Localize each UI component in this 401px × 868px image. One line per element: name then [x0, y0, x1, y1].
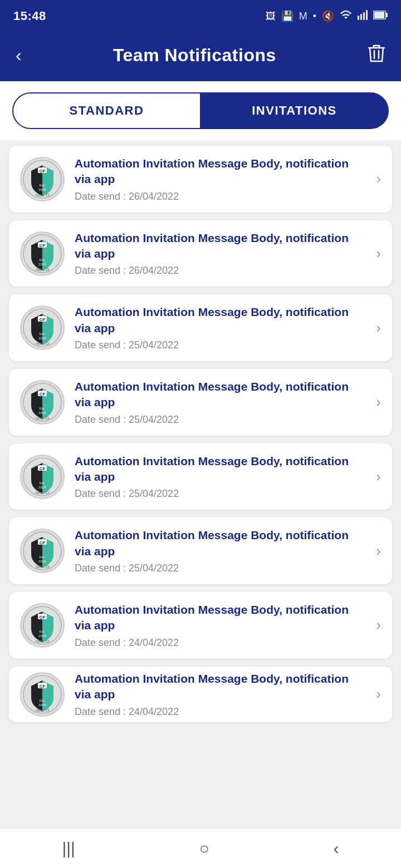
svg-text:norts Cl: norts Cl	[36, 708, 50, 712]
svg-text:Est.: Est.	[40, 630, 46, 633]
svg-text:CF: CF	[40, 466, 46, 471]
notification-item[interactable]: CF Est. 2018 norts Cl Automation Invitat…	[9, 220, 392, 287]
svg-text:2018: 2018	[38, 703, 46, 707]
chevron-right-icon: ›	[376, 319, 381, 337]
svg-text:Est.: Est.	[40, 699, 46, 702]
notification-date: Date send : 26/04/2022	[75, 191, 366, 203]
menu-button[interactable]: |||	[45, 834, 91, 864]
svg-text:CF: CF	[40, 615, 46, 620]
svg-text:Est.: Est.	[40, 407, 46, 410]
battery-icon	[373, 11, 388, 22]
svg-rect-6	[374, 12, 384, 18]
chevron-right-icon: ›	[376, 685, 381, 703]
notification-title: Automation Invitation Message Body, noti…	[75, 156, 366, 188]
svg-text:CF: CF	[40, 243, 46, 248]
notification-content: Automation Invitation Message Body, noti…	[75, 379, 366, 426]
svg-text:2018: 2018	[38, 263, 46, 266]
notification-item[interactable]: CF Est. 2018 norts Cl Automation Invitat…	[9, 517, 392, 584]
notification-title: Automation Invitation Message Body, noti…	[75, 230, 366, 262]
svg-text:CF: CF	[40, 392, 46, 397]
notification-date: Date send : 25/04/2022	[75, 414, 366, 426]
notification-date: Date send : 26/04/2022	[75, 265, 366, 277]
back-nav-button[interactable]: ‹	[317, 834, 356, 864]
svg-text:norts Cl: norts Cl	[36, 342, 50, 346]
svg-text:norts Cl: norts Cl	[36, 491, 50, 495]
notification-date: Date send : 25/04/2022	[75, 563, 366, 574]
notification-content: Automation Invitation Message Body, noti…	[75, 156, 366, 203]
svg-text:Est.: Est.	[40, 481, 46, 485]
notification-content: Automation Invitation Message Body, noti…	[75, 230, 366, 277]
tab-switcher: STANDARD INVITATIONS	[0, 81, 401, 140]
chevron-right-icon: ›	[376, 170, 381, 188]
svg-text:Est.: Est.	[40, 555, 46, 559]
save-icon: 💾	[281, 10, 294, 22]
image-icon: 🖼	[266, 11, 276, 22]
signal-icon	[358, 10, 368, 23]
club-avatar: CF Est. 2018 norts Cl	[20, 231, 65, 276]
notification-item[interactable]: CF Est. 2018 norts Cl Automation Invitat…	[9, 146, 392, 213]
svg-text:2018: 2018	[38, 560, 46, 563]
notification-item[interactable]: CF Est. 2018 norts Cl Automation Invitat…	[9, 369, 392, 436]
svg-text:Est.: Est.	[40, 258, 46, 262]
notification-title: Automation Invitation Message Body, noti…	[75, 671, 366, 703]
club-avatar: CF Est. 2018 norts Cl	[20, 380, 65, 425]
notification-item[interactable]: CF Est. 2018 norts Cl Automation Invitat…	[9, 592, 392, 659]
svg-text:norts Cl: norts Cl	[36, 565, 50, 569]
notification-item[interactable]: CF Est. 2018 norts Cl Automation Invitat…	[9, 443, 392, 510]
svg-text:2018: 2018	[38, 411, 46, 415]
svg-text:norts Cl: norts Cl	[36, 639, 50, 643]
svg-text:norts Cl: norts Cl	[36, 268, 50, 272]
bottom-nav: ||| ○ ‹	[0, 828, 401, 868]
svg-rect-5	[386, 13, 388, 17]
club-avatar: CF Est. 2018 norts Cl	[20, 305, 65, 350]
svg-text:2018: 2018	[38, 486, 46, 489]
notification-title: Automation Invitation Message Body, noti…	[75, 453, 366, 485]
svg-text:2018: 2018	[38, 337, 46, 340]
svg-rect-2	[363, 12, 365, 20]
notification-content: Automation Invitation Message Body, noti…	[75, 671, 366, 718]
notification-item[interactable]: CF Est. 2018 norts Cl Automation Invitat…	[9, 667, 392, 722]
notification-title: Automation Invitation Message Body, noti…	[75, 527, 366, 559]
dot-icon: •	[313, 11, 316, 22]
notification-list: CF Est. 2018 norts Cl Automation Invitat…	[0, 140, 401, 728]
svg-text:CF: CF	[40, 317, 46, 322]
svg-rect-1	[360, 14, 362, 20]
chevron-right-icon: ›	[376, 542, 381, 560]
wifi-icon	[340, 10, 352, 23]
svg-text:2018: 2018	[38, 634, 46, 638]
svg-text:Est.: Est.	[40, 332, 46, 336]
notification-content: Automation Invitation Message Body, noti…	[75, 304, 366, 351]
chevron-right-icon: ›	[376, 617, 381, 634]
notification-title: Automation Invitation Message Body, noti…	[75, 304, 366, 336]
club-avatar: CF Est. 2018 norts Cl	[20, 157, 65, 201]
tab-invitations[interactable]: INVITATIONS	[200, 92, 389, 129]
home-button[interactable]: ○	[183, 834, 226, 864]
notification-date: Date send : 25/04/2022	[75, 339, 366, 351]
notification-date: Date send : 25/04/2022	[75, 488, 366, 500]
notification-content: Automation Invitation Message Body, noti…	[75, 527, 366, 574]
status-time: 15:48	[13, 9, 46, 23]
svg-text:CF: CF	[40, 684, 46, 689]
notification-title: Automation Invitation Message Body, noti…	[75, 602, 366, 634]
svg-text:2018: 2018	[38, 188, 46, 191]
svg-text:norts Cl: norts Cl	[36, 193, 50, 197]
chevron-right-icon: ›	[376, 468, 381, 485]
tab-standard[interactable]: STANDARD	[12, 92, 200, 129]
notification-item[interactable]: CF Est. 2018 norts Cl Automation Invitat…	[9, 294, 392, 361]
svg-text:norts Cl: norts Cl	[36, 416, 50, 420]
page-title: Team Notifications	[113, 45, 276, 66]
notification-content: Automation Invitation Message Body, noti…	[75, 453, 366, 500]
chevron-right-icon: ›	[376, 245, 381, 262]
notification-content: Automation Invitation Message Body, noti…	[75, 602, 366, 649]
gmail-icon: M	[299, 11, 307, 22]
status-icons: 🖼 💾 M • 🔇	[266, 10, 388, 23]
club-avatar: CF Est. 2018 norts Cl	[20, 455, 65, 499]
svg-rect-0	[358, 16, 359, 20]
club-avatar: CF Est. 2018 norts Cl	[20, 672, 65, 717]
svg-text:Est.: Est.	[40, 184, 46, 187]
svg-rect-3	[366, 10, 368, 20]
back-button[interactable]: ‹	[16, 46, 22, 64]
delete-button[interactable]	[368, 43, 385, 67]
chevron-right-icon: ›	[376, 393, 381, 411]
status-bar: 15:48 🖼 💾 M • 🔇	[0, 0, 401, 31]
